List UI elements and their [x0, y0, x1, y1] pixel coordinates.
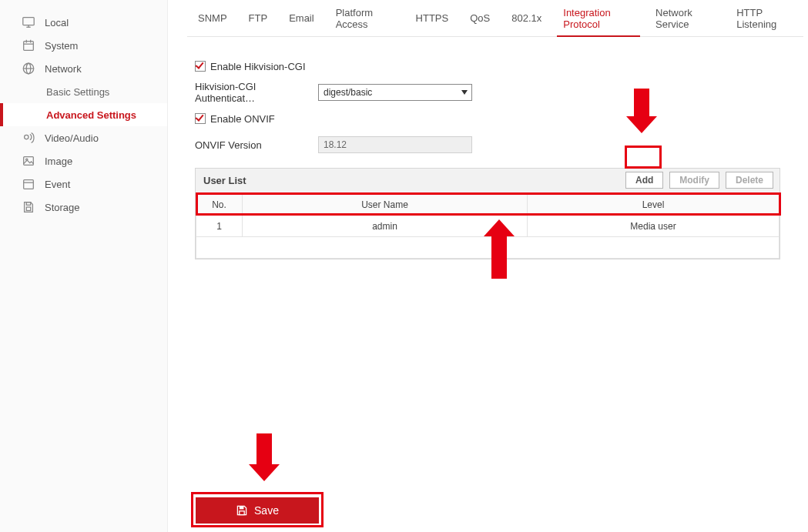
- sidebar-item-label: Image: [45, 156, 72, 167]
- sidebar-item-storage[interactable]: Storage: [0, 196, 167, 219]
- sidebar-item-label: Local: [45, 17, 69, 28]
- monitor-icon: [22, 15, 35, 29]
- sidebar-item-system[interactable]: System: [0, 34, 167, 57]
- onvif-version-value: 18.12: [318, 136, 472, 153]
- save-button-label: Save: [254, 504, 279, 517]
- enable-hikvision-cgi-label: Enable Hikvision-CGI: [210, 61, 306, 72]
- sidebar-item-label: Storage: [45, 202, 80, 213]
- tab-bar: SNMP FTP Email Platform Access HTTPS QoS…: [187, 0, 803, 37]
- sidebar-item-video-audio[interactable]: Video/Audio: [0, 126, 167, 149]
- tab-8021x[interactable]: 802.1x: [501, 0, 552, 36]
- sidebar-item-advanced-settings[interactable]: Advanced Settings: [0, 103, 167, 126]
- enable-hikvision-cgi-checkbox[interactable]: [195, 61, 206, 72]
- table-empty-space: [196, 237, 780, 259]
- svg-rect-0: [23, 18, 34, 25]
- col-no: No.: [196, 194, 243, 216]
- main-content: SNMP FTP Email Platform Access HTTPS QoS…: [168, 0, 808, 532]
- user-list-title: User List: [203, 175, 246, 186]
- table-row[interactable]: 1 admin Media user: [196, 216, 780, 237]
- sidebar-item-label: System: [45, 40, 78, 52]
- sidebar-item-network[interactable]: Network: [0, 57, 167, 80]
- sidebar-item-local[interactable]: Local: [0, 11, 167, 34]
- tab-https[interactable]: HTTPS: [405, 0, 460, 36]
- sidebar-item-event[interactable]: Event: [0, 172, 167, 196]
- auth-select[interactable]: digest/basic: [318, 84, 472, 101]
- auth-select-value: digest/basic: [324, 87, 372, 98]
- delete-button[interactable]: Delete: [726, 172, 773, 189]
- sidebar-item-basic-settings[interactable]: Basic Settings: [0, 80, 167, 103]
- svg-rect-20: [240, 506, 244, 509]
- svg-rect-21: [240, 511, 244, 515]
- col-user: User Name: [243, 194, 528, 216]
- col-level: Level: [528, 194, 780, 216]
- sidebar-item-image[interactable]: Image: [0, 149, 167, 172]
- table-header-row: No. User Name Level: [196, 194, 780, 216]
- auth-label: Hikvision-CGI Authenticat…: [195, 81, 318, 104]
- svg-rect-18: [26, 202, 30, 206]
- enable-onvif-label: Enable ONVIF: [210, 113, 275, 125]
- sidebar: Local System Network Basic Settings Adva…: [0, 0, 168, 532]
- user-table: No. User Name Level 1 admin Media user: [196, 193, 780, 259]
- cell-level: Media user: [528, 216, 780, 237]
- svg-rect-11: [24, 157, 34, 166]
- tab-ftp[interactable]: FTP: [238, 0, 279, 36]
- sidebar-item-label: Advanced Settings: [46, 109, 136, 121]
- cell-user: admin: [243, 216, 528, 237]
- user-list-panel: User List Add Modify Delete No. User Nam…: [195, 168, 780, 259]
- add-button[interactable]: Add: [625, 172, 663, 189]
- tab-http-listening[interactable]: HTTP Listening: [726, 0, 803, 36]
- tab-email[interactable]: Email: [278, 0, 325, 36]
- svg-rect-3: [24, 42, 34, 51]
- calendar-icon: [22, 38, 35, 52]
- storage-icon: [22, 200, 35, 214]
- image-icon: [22, 154, 35, 168]
- tab-network-service[interactable]: Network Service: [645, 0, 726, 36]
- sidebar-item-label: Video/Audio: [45, 132, 99, 144]
- camera-mic-icon: [22, 131, 35, 145]
- tab-snmp[interactable]: SNMP: [187, 0, 238, 36]
- svg-rect-19: [26, 207, 30, 211]
- event-icon: [22, 177, 35, 191]
- save-button[interactable]: Save: [196, 497, 319, 524]
- sidebar-item-label: Network: [45, 63, 82, 75]
- enable-onvif-checkbox[interactable]: [195, 113, 206, 124]
- form-area: Enable Hikvision-CGI Hikvision-CGI Authe…: [187, 37, 808, 259]
- globe-icon: [22, 62, 35, 75]
- svg-rect-13: [24, 180, 34, 189]
- onvif-version-label: ONVIF Version: [195, 139, 318, 151]
- modify-button[interactable]: Modify: [669, 172, 719, 189]
- save-icon: [236, 504, 248, 517]
- annotation-arrow-save: [249, 433, 280, 481]
- tab-integration-protocol[interactable]: Integration Protocol: [552, 0, 645, 36]
- sidebar-item-label: Event: [45, 179, 70, 190]
- tab-qos[interactable]: QoS: [459, 0, 501, 36]
- sidebar-item-label: Basic Settings: [46, 86, 109, 98]
- cell-no: 1: [196, 216, 243, 237]
- tab-platform-access[interactable]: Platform Access: [325, 0, 405, 36]
- svg-point-10: [25, 135, 28, 139]
